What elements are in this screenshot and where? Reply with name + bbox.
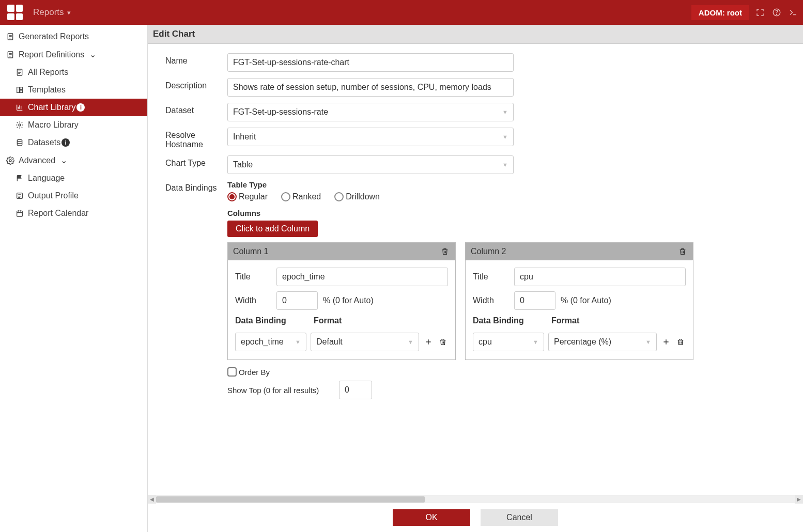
nav-label: Generated Reports [19, 32, 89, 41]
horizontal-scrollbar[interactable]: ◀ ▶ [148, 495, 803, 503]
info-icon: i [61, 138, 70, 147]
resolve-value: Inherit [233, 132, 256, 142]
chevron-down-icon: ▾ [67, 9, 71, 17]
radio-ranked[interactable]: Ranked [281, 192, 321, 201]
chevron-down-icon: ▼ [533, 339, 538, 345]
col-title-label: Title [473, 272, 514, 281]
dataset-label: Dataset [165, 103, 227, 115]
subnav-label: All Reports [28, 68, 68, 77]
svg-point-10 [9, 160, 11, 162]
calendar-icon [14, 209, 25, 217]
info-icon: i [76, 103, 85, 112]
column-card-1: Column 1 Title [227, 242, 456, 360]
delete-binding-icon[interactable] [438, 337, 448, 347]
subnav-label: Macro Library [28, 120, 79, 130]
radio-regular[interactable]: Regular [227, 192, 268, 201]
col-title-input[interactable] [514, 268, 686, 286]
subnav-label: Chart Library [28, 103, 75, 112]
sidebar: Generated Reports Report Definitions ⌄ A… [0, 25, 148, 532]
chevron-down-icon: ▼ [502, 134, 508, 140]
resolve-label: Resolve Hostname [165, 128, 227, 149]
delete-column-icon[interactable] [677, 246, 688, 257]
subnav-output-profile[interactable]: Output Profile [0, 187, 147, 205]
col-databinding-select[interactable]: epoch_time ▼ [235, 333, 306, 351]
report-icon [5, 51, 16, 59]
columns-label: Columns [227, 209, 798, 217]
show-top-input[interactable] [339, 381, 372, 399]
col-width-hint: % (0 for Auto) [323, 296, 374, 305]
column-head-label: Column 1 [233, 247, 268, 256]
delete-column-icon[interactable] [440, 246, 450, 257]
ok-button[interactable]: OK [393, 509, 470, 526]
chevron-down-icon: ▼ [502, 109, 508, 115]
subnav-chart-library[interactable]: Chart Library i [0, 99, 147, 116]
scroll-right-icon[interactable]: ▶ [795, 495, 803, 504]
gear-icon [14, 121, 25, 129]
topbar: Reports ▾ ADOM: root [0, 0, 803, 25]
scroll-left-icon[interactable]: ◀ [148, 495, 156, 504]
report-icon [14, 68, 25, 76]
help-icon[interactable] [772, 8, 781, 17]
cancel-button[interactable]: Cancel [481, 509, 558, 526]
dataset-value: FGT-Set-up-sessions-rate [233, 107, 328, 117]
data-bindings-label: Data Bindings [165, 180, 227, 193]
svg-point-9 [17, 139, 22, 142]
resolve-select[interactable]: Inherit ▼ [227, 128, 514, 146]
fullscreen-icon[interactable] [755, 8, 765, 17]
flag-icon [14, 174, 25, 182]
col-width-hint: % (0 for Auto) [561, 296, 611, 305]
chevron-down-icon: ▼ [645, 339, 651, 345]
adom-selector[interactable]: ADOM: root [691, 5, 749, 20]
chevron-down-icon: ⌄ [60, 155, 67, 165]
database-icon [14, 138, 25, 147]
template-icon [14, 86, 25, 94]
breadcrumb[interactable]: Reports ▾ [33, 7, 71, 18]
app-logo [7, 5, 23, 20]
subnav-templates[interactable]: Templates [0, 81, 147, 99]
name-label: Name [165, 53, 227, 66]
db-head-databinding: Data Binding [235, 316, 314, 325]
chevron-down-icon: ▼ [408, 339, 413, 345]
col-title-input[interactable] [276, 268, 448, 286]
col-width-label: Width [473, 296, 514, 305]
subnav-datasets[interactable]: Datasets i [0, 134, 147, 151]
delete-binding-icon[interactable] [675, 337, 686, 347]
order-by-checkbox[interactable]: Order By [227, 367, 798, 377]
subnav-report-calendar[interactable]: Report Calendar [0, 205, 147, 222]
col-databinding-select[interactable]: cpu ▼ [473, 333, 544, 351]
chevron-down-icon: ⌄ [89, 50, 96, 59]
subnav-macro-library[interactable]: Macro Library [0, 116, 147, 134]
gear-icon [5, 157, 16, 165]
add-column-button[interactable]: Click to add Column [227, 221, 318, 237]
nav-report-definitions[interactable]: Report Definitions ⌄ [0, 45, 147, 64]
col-format-select[interactable]: Percentage (%) ▼ [548, 333, 657, 351]
form-area: Name Description Dataset FGT-Set-up-sess… [148, 44, 803, 495]
chevron-down-icon: ▼ [502, 162, 508, 168]
col-width-input[interactable] [514, 291, 555, 310]
nav-label: Advanced [19, 156, 55, 165]
radio-drilldown[interactable]: Drilldown [334, 192, 380, 201]
name-input[interactable] [227, 53, 514, 72]
subnav-language[interactable]: Language [0, 169, 147, 187]
footer: OK Cancel [148, 503, 803, 532]
subnav-label: Language [28, 174, 65, 183]
description-input[interactable] [227, 78, 514, 97]
col-width-input[interactable] [276, 291, 318, 310]
table-type-label: Table Type [227, 180, 798, 189]
add-binding-icon[interactable] [423, 337, 434, 347]
dataset-select[interactable]: FGT-Set-up-sessions-rate ▼ [227, 103, 514, 121]
col-format-select[interactable]: Default ▼ [311, 333, 419, 351]
nav-label: Report Definitions [19, 50, 84, 59]
nav-generated-reports[interactable]: Generated Reports [0, 28, 147, 45]
add-binding-icon[interactable] [661, 337, 671, 347]
chart-type-select[interactable]: Table ▼ [227, 155, 514, 174]
panel-title: Edit Chart [148, 25, 803, 44]
svg-rect-7 [20, 90, 23, 93]
subnav-label: Report Calendar [28, 209, 88, 218]
subnav-all-reports[interactable]: All Reports [0, 64, 147, 81]
chart-type-value: Table [233, 160, 253, 169]
chart-icon [14, 103, 25, 112]
db-head-databinding: Data Binding [473, 316, 551, 325]
cli-icon[interactable] [789, 8, 798, 17]
nav-advanced[interactable]: Advanced ⌄ [0, 151, 147, 169]
